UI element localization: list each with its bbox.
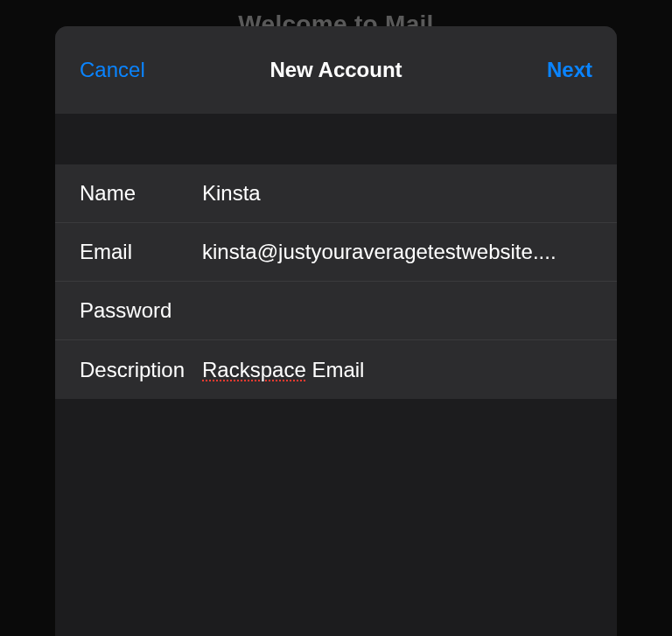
password-row[interactable]: Password	[55, 282, 617, 340]
email-label: Email	[80, 240, 202, 264]
name-field[interactable]	[202, 181, 592, 206]
description-label: Description	[80, 358, 202, 382]
next-button[interactable]: Next	[547, 58, 592, 82]
password-field[interactable]	[202, 298, 592, 323]
section-spacer	[55, 114, 617, 164]
description-field[interactable]: Rackspace Email	[202, 358, 592, 382]
modal-bottom-area	[55, 399, 617, 636]
email-row[interactable]: Email kinsta@justyouraveragetestwebsite.…	[55, 223, 617, 282]
modal-header: Cancel New Account Next	[55, 26, 617, 114]
description-word-underlined: Rackspace	[202, 358, 306, 381]
name-row[interactable]: Name	[55, 164, 617, 223]
name-label: Name	[80, 181, 202, 206]
form-section: Name Email kinsta@justyouraveragetestweb…	[55, 164, 617, 399]
email-field[interactable]: kinsta@justyouraveragetestwebsite....	[202, 240, 592, 264]
description-row[interactable]: Description Rackspace Email	[55, 340, 617, 399]
new-account-modal: Cancel New Account Next Name Email kinst…	[55, 26, 617, 636]
cancel-button[interactable]: Cancel	[80, 58, 145, 82]
modal-title: New Account	[270, 58, 402, 82]
description-word-rest: Email	[306, 358, 365, 381]
password-label: Password	[80, 298, 202, 323]
